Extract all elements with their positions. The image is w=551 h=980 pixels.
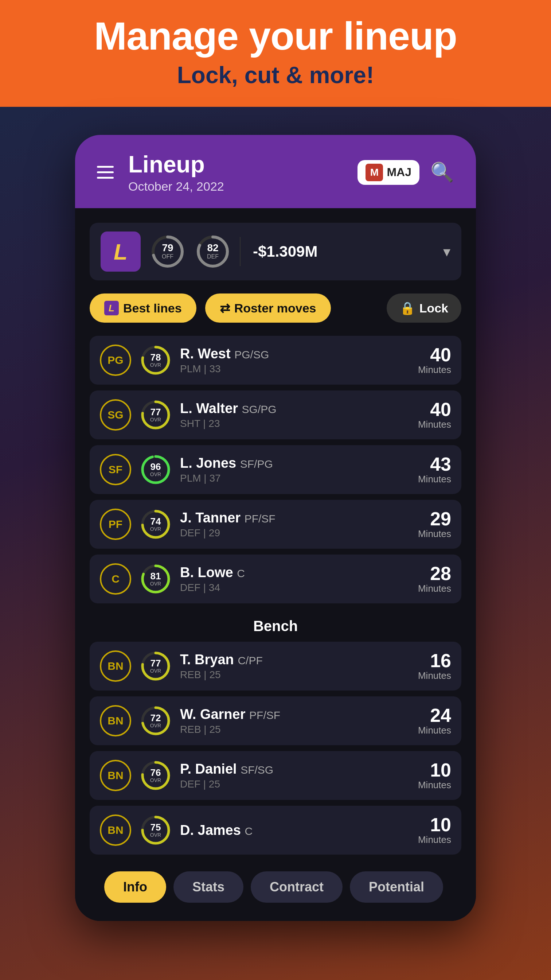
player-name: R. West PG/SG	[180, 346, 410, 362]
player-info: L. Walter SG/PG SHT | 23	[180, 401, 410, 430]
player-sub: SHT | 23	[180, 418, 410, 430]
player-minutes: 16 Minutes	[418, 651, 451, 681]
nav-info-button[interactable]: Info	[104, 871, 166, 903]
bench-list: BN 77 OVR T. Bryan C/PF REB | 25 16 Minu…	[90, 642, 461, 854]
player-name: W. Garner PF/SF	[180, 706, 410, 722]
header-title-group: Lineup October 24, 2022	[128, 151, 224, 194]
off-rating-label: OFF	[162, 253, 173, 260]
player-position-detail: SF/PG	[240, 458, 273, 470]
player-position-detail: SF/SG	[240, 764, 273, 776]
lock-icon: 🔒	[400, 301, 415, 315]
player-minutes: 28 Minutes	[418, 564, 451, 594]
ovr-circle: 75 OVR	[139, 814, 172, 846]
top-banner: Manage your lineup Lock, cut & more!	[0, 0, 551, 107]
player-position-detail: PF/SF	[245, 512, 275, 525]
chevron-down-icon[interactable]: ▾	[443, 243, 450, 260]
player-sub: PLM | 33	[180, 363, 410, 375]
def-rating-label: DEF	[207, 253, 219, 260]
player-minutes: 43 Minutes	[418, 455, 451, 485]
header-left: Lineup October 24, 2022	[97, 151, 224, 194]
player-minutes: 10 Minutes	[418, 815, 451, 845]
starters-list: PG 78 OVR R. West PG/SG PLM | 33 40 Minu…	[90, 336, 461, 603]
player-row[interactable]: BN 77 OVR T. Bryan C/PF REB | 25 16 Minu…	[90, 642, 461, 690]
player-position-detail: PF/SF	[249, 709, 280, 721]
player-name: B. Lowe C	[180, 565, 410, 581]
roster-icon: ⇄	[220, 301, 230, 315]
off-rating-value: 79	[162, 243, 173, 253]
player-name: D. James C	[180, 822, 410, 838]
search-icon[interactable]: 🔍	[430, 161, 454, 183]
player-sub: DEF | 25	[180, 778, 410, 790]
ovr-circle: 74 OVR	[139, 508, 172, 541]
ovr-circle: 76 OVR	[139, 759, 172, 792]
phone-container: Lineup October 24, 2022 M MAJ 🔍 L	[75, 135, 476, 921]
player-name: J. Tanner PF/SF	[180, 510, 410, 526]
banner-title: Manage your lineup	[22, 14, 529, 58]
player-row[interactable]: SG 77 OVR L. Walter SG/PG SHT | 23 40 Mi…	[90, 390, 461, 439]
player-row[interactable]: BN 72 OVR W. Garner PF/SF REB | 25 24 Mi…	[90, 696, 461, 745]
position-badge: PF	[100, 509, 131, 540]
divider	[240, 237, 240, 266]
player-info: L. Jones SF/PG PLM | 37	[180, 455, 410, 484]
league-logo: M	[365, 164, 383, 181]
player-sub: DEF | 34	[180, 582, 410, 593]
ovr-circle: 96 OVR	[139, 453, 172, 486]
player-row[interactable]: PG 78 OVR R. West PG/SG PLM | 33 40 Minu…	[90, 336, 461, 385]
ovr-circle: 77 OVR	[139, 398, 172, 431]
player-row[interactable]: SF 96 OVR L. Jones SF/PG PLM | 37 43 Min…	[90, 445, 461, 494]
ovr-circle: 77 OVR	[139, 650, 172, 682]
bottom-nav: Info Stats Contract Potential	[90, 861, 461, 921]
league-text: MAJ	[387, 165, 411, 179]
player-position-detail: C	[245, 825, 252, 837]
app-body: L 79 OFF 82 DEF	[75, 208, 476, 921]
player-info: W. Garner PF/SF REB | 25	[180, 706, 410, 735]
hamburger-menu-icon[interactable]	[97, 166, 114, 179]
position-badge: BN	[100, 815, 131, 846]
player-name: T. Bryan C/PF	[180, 652, 410, 668]
player-info: P. Daniel SF/SG DEF | 25	[180, 761, 410, 790]
player-info: D. James C	[180, 822, 410, 838]
player-minutes: 29 Minutes	[418, 509, 451, 539]
position-badge: SF	[100, 454, 131, 485]
player-position-detail: C/PF	[238, 654, 262, 667]
player-sub: REB | 25	[180, 669, 410, 681]
player-info: T. Bryan C/PF REB | 25	[180, 652, 410, 681]
ovr-circle: 78 OVR	[139, 344, 172, 377]
player-position-detail: C	[237, 567, 245, 579]
player-name: P. Daniel SF/SG	[180, 761, 410, 777]
roster-moves-button[interactable]: ⇄ Roster moves	[205, 293, 331, 323]
team-budget: -$1.309M	[249, 243, 434, 260]
position-badge: C	[100, 563, 131, 595]
position-badge: BN	[100, 705, 131, 737]
player-row[interactable]: PF 74 OVR J. Tanner PF/SF DEF | 29 29 Mi…	[90, 500, 461, 549]
position-badge: BN	[100, 760, 131, 791]
player-minutes: 40 Minutes	[418, 400, 451, 430]
player-minutes: 24 Minutes	[418, 706, 451, 736]
lock-button[interactable]: 🔒 Lock	[387, 293, 461, 323]
player-info: B. Lowe C DEF | 34	[180, 565, 410, 593]
header-right: M MAJ 🔍	[357, 160, 454, 185]
best-lines-button[interactable]: L Best lines	[90, 293, 197, 323]
nav-stats-button[interactable]: Stats	[173, 871, 243, 903]
banner-subtitle: Lock, cut & more!	[22, 62, 529, 89]
player-row[interactable]: C 81 OVR B. Lowe C DEF | 34 28 Minutes	[90, 555, 461, 603]
player-row[interactable]: BN 75 OVR D. James C 10 Minutes	[90, 806, 461, 854]
player-position-detail: PG/SG	[234, 348, 269, 361]
player-sub: PLM | 37	[180, 473, 410, 484]
def-rating-circle: 82 DEF	[195, 233, 231, 270]
nav-potential-button[interactable]: Potential	[350, 871, 443, 903]
ovr-circle: 72 OVR	[139, 705, 172, 737]
bench-label: Bench	[90, 609, 461, 642]
player-row[interactable]: BN 76 OVR P. Daniel SF/SG DEF | 25 10 Mi…	[90, 751, 461, 800]
player-minutes: 10 Minutes	[418, 760, 451, 791]
position-badge: SG	[100, 399, 131, 431]
nav-contract-button[interactable]: Contract	[251, 871, 343, 903]
ovr-circle: 81 OVR	[139, 563, 172, 595]
team-stats-row: L 79 OFF 82 DEF	[90, 223, 461, 280]
player-info: J. Tanner PF/SF DEF | 29	[180, 510, 410, 539]
page-title: Lineup	[128, 151, 224, 178]
player-position-detail: SG/PG	[242, 403, 276, 415]
player-minutes: 40 Minutes	[418, 345, 451, 375]
league-badge[interactable]: M MAJ	[357, 160, 419, 185]
header-date: October 24, 2022	[128, 180, 224, 194]
